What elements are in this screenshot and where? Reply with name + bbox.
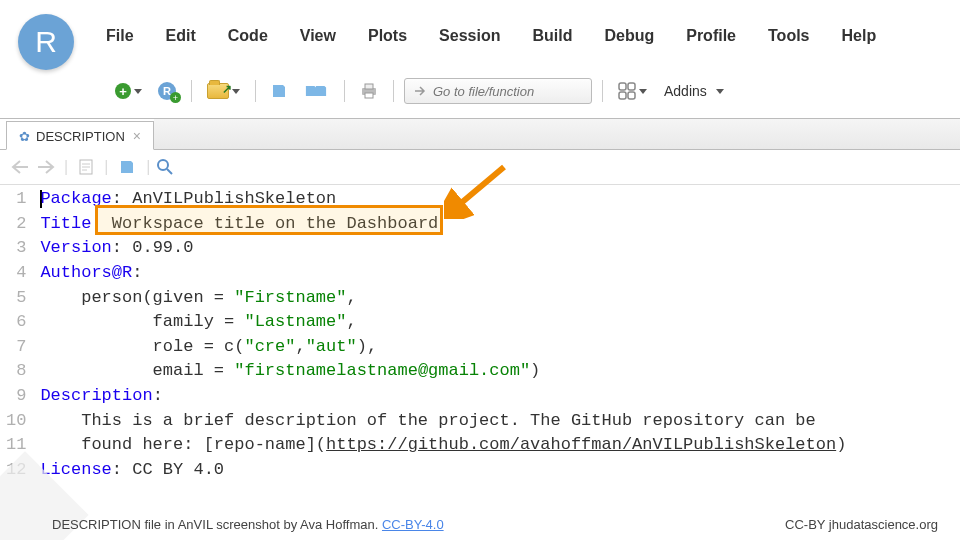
save-icon (119, 159, 135, 175)
save-icon (271, 83, 287, 99)
chevron-down-icon (639, 89, 647, 94)
arrow-annotation (444, 163, 514, 219)
menubar: FileEditCodeViewPlotsSessionBuildDebugPr… (94, 21, 888, 51)
menu-plots[interactable]: Plots (356, 21, 419, 51)
code-source[interactable]: Package: AnVILPublishSkeleton Title: Wor… (36, 185, 846, 485)
close-icon[interactable]: × (133, 128, 141, 144)
panes-button[interactable] (613, 78, 652, 104)
nav-back-button[interactable] (8, 158, 30, 176)
menu-file[interactable]: File (94, 21, 146, 51)
main-toolbar: + R+ ↗ (110, 78, 960, 104)
addins-label: Addins (664, 83, 707, 99)
folder-open-icon: ↗ (207, 83, 229, 99)
addins-menu[interactable]: Addins (658, 83, 730, 99)
svg-rect-4 (628, 83, 635, 90)
menu-build[interactable]: Build (520, 21, 584, 51)
svg-point-8 (158, 160, 168, 170)
show-doc-button[interactable] (74, 154, 98, 180)
tab-description[interactable]: ✿ DESCRIPTION × (6, 121, 154, 150)
goto-file-function[interactable] (404, 78, 592, 104)
svg-rect-5 (619, 92, 626, 99)
chevron-down-icon (716, 89, 724, 94)
footer-right: CC-BY jhudatascience.org (785, 517, 938, 532)
nav-forward-button[interactable] (36, 158, 58, 176)
new-file-button[interactable]: + (110, 78, 147, 104)
find-button[interactable] (156, 158, 174, 176)
code-editor[interactable]: 123456789101112 Package: AnVILPublishSke… (0, 185, 960, 485)
document-icon (79, 159, 93, 175)
tab-label: DESCRIPTION (36, 129, 125, 144)
svg-rect-1 (365, 84, 373, 89)
menu-profile[interactable]: Profile (674, 21, 748, 51)
open-folder-button[interactable]: ↗ (202, 78, 245, 104)
menu-debug[interactable]: Debug (592, 21, 666, 51)
r-logo: R (18, 14, 74, 70)
save-button[interactable] (266, 78, 292, 104)
gear-icon: ✿ (19, 129, 30, 144)
new-r-button[interactable]: R+ (153, 78, 181, 104)
menu-code[interactable]: Code (216, 21, 280, 51)
footer-license-link[interactable]: CC-BY-4.0 (382, 517, 444, 532)
chevron-down-icon (232, 89, 240, 94)
menu-tools[interactable]: Tools (756, 21, 821, 51)
line-gutter: 123456789101112 (0, 185, 36, 485)
plus-icon: + (115, 83, 131, 99)
print-button[interactable] (355, 78, 383, 104)
grid-icon (618, 82, 636, 100)
svg-rect-3 (619, 83, 626, 90)
editor-tabbar: ✿ DESCRIPTION × (0, 118, 960, 150)
svg-rect-2 (365, 93, 373, 98)
save-editor-button[interactable] (114, 154, 140, 180)
menu-view[interactable]: View (288, 21, 348, 51)
footer-caption: DESCRIPTION file in AnVIL screenshot by … (52, 517, 382, 532)
chevron-down-icon (134, 89, 142, 94)
save-all-icon (303, 83, 329, 99)
save-all-button[interactable] (298, 78, 334, 104)
svg-rect-6 (628, 92, 635, 99)
share-arrow-icon (413, 84, 427, 98)
footer: DESCRIPTION file in AnVIL screenshot by … (0, 517, 960, 532)
menu-session[interactable]: Session (427, 21, 512, 51)
r-plus-icon: R+ (158, 82, 176, 100)
svg-line-9 (454, 167, 504, 209)
menu-help[interactable]: Help (830, 21, 889, 51)
magnifier-icon (156, 158, 174, 176)
menu-edit[interactable]: Edit (154, 21, 208, 51)
goto-input[interactable] (433, 84, 583, 99)
print-icon (360, 83, 378, 99)
